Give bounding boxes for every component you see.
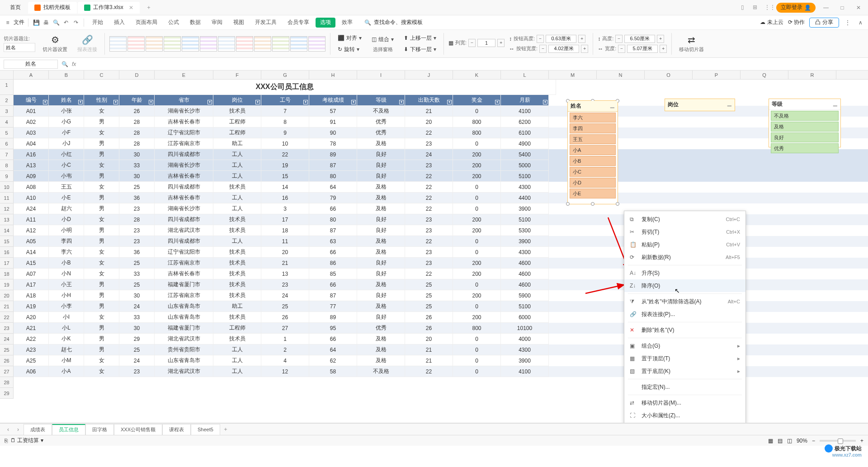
table-cell[interactable]: 四川省成都市 [155, 214, 213, 225]
table-cell[interactable]: 200 [453, 258, 501, 269]
row-header[interactable]: 21 [0, 301, 14, 312]
table-cell[interactable]: 5400 [501, 149, 549, 160]
table-cell[interactable]: 21 [405, 355, 453, 366]
style-thumb[interactable] [308, 36, 326, 52]
table-cell[interactable]: 及格 [357, 334, 405, 344]
table-cell[interactable]: 男 [84, 225, 119, 236]
row-header[interactable]: 20 [0, 290, 14, 301]
table-cell[interactable]: 21 [405, 344, 453, 355]
table-header[interactable]: 月薪▾ [501, 95, 549, 106]
table-cell[interactable]: 36 [119, 247, 155, 258]
filter-dropdown-icon[interactable]: ▾ [447, 100, 452, 104]
style-thumb[interactable] [109, 36, 127, 52]
table-cell[interactable]: 4100 [501, 106, 549, 117]
table-cell[interactable]: 女 [84, 247, 119, 258]
sheet-tab[interactable]: Sheet5 [191, 424, 220, 435]
table-cell[interactable]: 80 [309, 171, 357, 182]
table-cell[interactable]: 赵七 [49, 344, 84, 355]
row-header[interactable]: 11 [0, 193, 14, 203]
table-cell[interactable]: 4300 [501, 182, 549, 193]
table-cell[interactable]: 23 [405, 225, 453, 236]
slicer-item[interactable]: 小B [570, 156, 616, 166]
table-cell[interactable]: 16 [261, 193, 309, 203]
table-cell[interactable]: 技术员 [213, 182, 261, 193]
table-cell[interactable]: 及格 [357, 279, 405, 290]
table-cell[interactable]: 23 [119, 225, 155, 236]
ctx-size[interactable]: ⛶大小和属性(Z)... [624, 409, 745, 422]
table-header[interactable]: 奖金▾ [453, 95, 501, 106]
table-cell[interactable]: 0 [453, 247, 501, 258]
table-cell[interactable]: 79 [309, 193, 357, 203]
table-cell[interactable]: 23 [405, 160, 453, 171]
table-cell[interactable]: 23 [119, 203, 155, 214]
column-header[interactable]: P [693, 71, 741, 79]
style-thumb[interactable] [218, 36, 235, 52]
table-cell[interactable]: 男 [84, 301, 119, 312]
table-cell[interactable]: 5900 [501, 290, 549, 301]
table-cell[interactable]: 64 [309, 182, 357, 193]
table-cell[interactable]: 23 [119, 366, 155, 377]
table-cell[interactable]: 女 [84, 258, 119, 269]
table-cell[interactable]: 3900 [501, 355, 549, 366]
table-cell[interactable]: 30 [119, 149, 155, 160]
table-cell[interactable]: 25 [405, 290, 453, 301]
table-cell[interactable]: 28 [119, 127, 155, 138]
table-cell[interactable]: 小K [49, 334, 84, 344]
filter-dropdown-icon[interactable]: ▾ [495, 100, 500, 104]
filter-dropdown-icon[interactable]: ▾ [113, 100, 118, 104]
table-cell[interactable]: A13 [14, 160, 49, 171]
search-box[interactable]: 🔍查找命令、搜索模板 [364, 19, 423, 26]
table-cell[interactable]: 21 [261, 258, 309, 269]
table-cell[interactable]: 5000 [501, 160, 549, 171]
filter-icon[interactable]: ⚊ [833, 101, 838, 108]
table-cell[interactable]: 小D [49, 214, 84, 225]
table-cell[interactable]: 良好 [357, 214, 405, 225]
table-cell[interactable]: 28 [119, 117, 155, 127]
table-cell[interactable]: A15 [14, 258, 49, 269]
apps-icon[interactable]: ⋮⋮ [764, 4, 772, 11]
table-cell[interactable]: 4900 [501, 138, 549, 149]
column-header[interactable]: H [309, 71, 357, 79]
table-cell[interactable]: 91 [309, 117, 357, 127]
redo-icon[interactable]: ↷ [72, 19, 80, 27]
table-cell[interactable]: 吉林省长春市 [155, 269, 213, 279]
table-cell[interactable]: 工人 [213, 236, 261, 247]
save-icon[interactable]: 💾 [32, 19, 40, 27]
style-thumb[interactable] [164, 36, 181, 52]
table-cell[interactable]: 4600 [501, 269, 549, 279]
table-cell[interactable]: A20 [14, 312, 49, 323]
table-cell[interactable]: 6100 [501, 127, 549, 138]
table-cell[interactable]: 22 [405, 127, 453, 138]
table-cell[interactable]: 湖北省武汉市 [155, 334, 213, 344]
table-cell[interactable]: 及格 [357, 203, 405, 214]
rotate-button[interactable]: ↻旋转▾ [335, 45, 364, 54]
ctx-sort-asc[interactable]: A↓升序(S) [624, 267, 745, 279]
table-cell[interactable]: 良好 [357, 171, 405, 182]
table-cell[interactable]: 66 [309, 279, 357, 290]
align-button[interactable]: ⬛对齐▾ [335, 33, 364, 43]
table-cell[interactable]: 0 [453, 193, 501, 203]
table-cell[interactable]: 200 [453, 290, 501, 301]
sheet-tab[interactable]: 员工信息 [52, 424, 85, 435]
table-header[interactable]: 考核成绩▾ [309, 95, 357, 106]
table-cell[interactable]: A22 [14, 334, 49, 344]
spin-down[interactable]: − [618, 45, 625, 53]
style-thumb[interactable] [236, 36, 253, 52]
style-thumb[interactable] [127, 36, 145, 52]
table-cell[interactable]: 18 [261, 225, 309, 236]
filter-dropdown-icon[interactable]: ▾ [43, 100, 47, 104]
table-cell[interactable]: 25 [261, 301, 309, 312]
table-cell[interactable]: 小L [49, 323, 84, 334]
table-cell[interactable]: 24 [119, 355, 155, 366]
filter-dropdown-icon[interactable]: ▾ [149, 100, 153, 104]
table-cell[interactable]: 23 [405, 247, 453, 258]
filter-dropdown-icon[interactable]: ▾ [399, 100, 404, 104]
table-cell[interactable]: 及格 [357, 301, 405, 312]
table-cell[interactable]: 技术员 [213, 279, 261, 290]
table-cell[interactable]: 21 [405, 106, 453, 117]
table-cell[interactable]: 63 [309, 236, 357, 247]
table-cell[interactable]: 优秀 [357, 117, 405, 127]
table-cell[interactable]: A04 [14, 138, 49, 149]
table-cell[interactable]: 男 [84, 279, 119, 290]
column-header[interactable]: A [14, 71, 49, 79]
